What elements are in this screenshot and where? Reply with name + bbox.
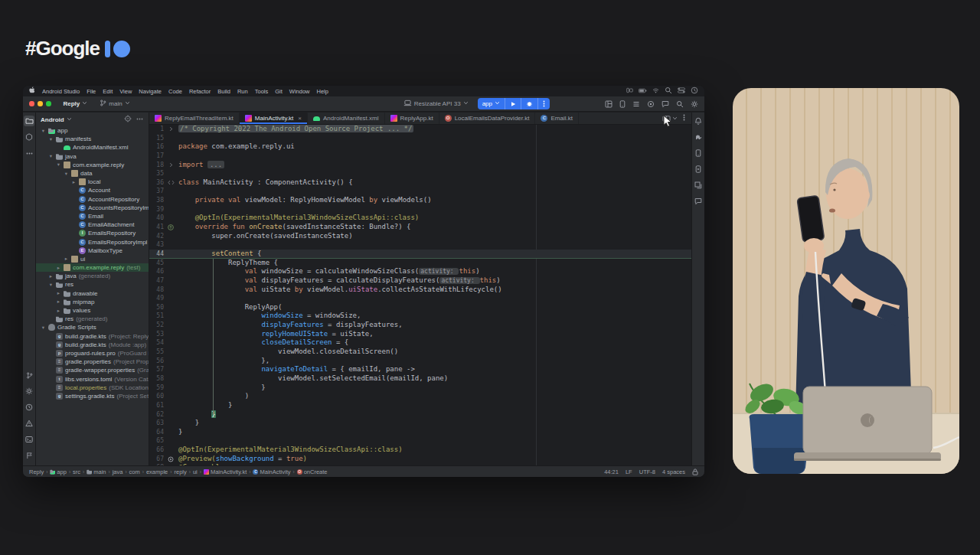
status-line-ending[interactable]: LF bbox=[626, 468, 632, 475]
notifications-icon[interactable] bbox=[693, 116, 704, 126]
assistant-icon[interactable] bbox=[693, 196, 704, 207]
code-line[interactable]: 64} bbox=[149, 428, 691, 437]
code-line[interactable]: 17 bbox=[149, 152, 691, 161]
tree-item-ui[interactable]: ▸ui bbox=[36, 255, 149, 263]
menu-item-file[interactable]: File bbox=[87, 88, 96, 95]
notifications-icon[interactable] bbox=[662, 100, 669, 108]
tree-item-androidmanifest-xml[interactable]: AndroidManifest.xml bbox=[36, 143, 149, 152]
tree-item-res[interactable]: ▾res bbox=[36, 280, 149, 289]
editor-options-icon[interactable] bbox=[683, 113, 685, 123]
more-run-options-button[interactable] bbox=[537, 98, 550, 109]
code-line[interactable]: 47 val displayFeatures = calculateDispla… bbox=[149, 276, 691, 286]
code-line[interactable]: 41 override fun onCreate(savedInstanceSt… bbox=[149, 223, 691, 232]
tree-item-email[interactable]: CEmail bbox=[36, 212, 149, 220]
code-line[interactable]: 18import ... bbox=[149, 161, 691, 170]
logcat-icon[interactable] bbox=[632, 100, 640, 108]
breadcrumb-item-mainactivity[interactable]: CMainActivity bbox=[253, 468, 290, 475]
tab-mainactivity-kt[interactable]: MainActivity.kt× bbox=[240, 113, 308, 124]
profiler-icon[interactable] bbox=[647, 100, 655, 108]
menu-item-tools[interactable]: Tools bbox=[255, 88, 269, 95]
code-line[interactable]: 15 bbox=[149, 134, 691, 143]
code-line[interactable]: 63 } bbox=[149, 419, 691, 428]
tree-item-local-properties[interactable]: ≡local.properties (SDK Location) bbox=[36, 384, 149, 392]
menu-item-navigate[interactable]: Navigate bbox=[139, 88, 162, 95]
select-opened-file-icon[interactable] bbox=[124, 115, 132, 124]
tree-item-accountsrepositoryimpl[interactable]: CAccountsRepositoryImpl bbox=[36, 204, 149, 212]
resource-manager-icon[interactable] bbox=[24, 132, 34, 142]
tree-item-emailattachment[interactable]: CEmailAttachment bbox=[36, 220, 149, 229]
tree-item-emailsrepository[interactable]: IEmailsRepository bbox=[36, 229, 149, 237]
gradle-icon[interactable] bbox=[693, 132, 704, 142]
tree-item-mailboxtype[interactable]: EMailboxType bbox=[36, 246, 149, 255]
tab-replyapp-kt[interactable]: ReplyApp.kt bbox=[385, 113, 439, 124]
tree-item-emailsrepositoryimpl[interactable]: CEmailsRepositoryImpl bbox=[36, 237, 149, 246]
tree-item-build-gradle-kts[interactable]: gbuild.gradle.kts (Module :app) bbox=[36, 341, 149, 349]
code-line[interactable]: 45 ReplyTheme { bbox=[149, 259, 691, 268]
status-file-encoding[interactable]: UTF-8 bbox=[639, 468, 655, 475]
running-devices-icon[interactable] bbox=[693, 164, 704, 175]
tree-item-values[interactable]: ▸values bbox=[36, 306, 149, 315]
tree-item-libs-versions-toml[interactable]: tlibs.versions.toml (Version Catalog) bbox=[36, 374, 149, 383]
code-line[interactable]: 54 closeDetailScreen = { bbox=[149, 338, 691, 348]
tree-item-app[interactable]: ▾app bbox=[36, 126, 149, 135]
tree-item-settings-gradle-kts[interactable]: gsettings.gradle.kts (Project Settings) bbox=[36, 392, 149, 400]
code-line[interactable]: 50 ReplyApp( bbox=[149, 303, 691, 312]
code-line[interactable]: 67@Preview(showBackground = true) bbox=[149, 455, 691, 464]
tree-item-drawable[interactable]: ▸drawable bbox=[36, 289, 149, 298]
code-line[interactable]: 62 } bbox=[149, 410, 691, 420]
code-line[interactable]: 39 bbox=[149, 205, 691, 214]
code-line[interactable]: 49 bbox=[149, 294, 691, 303]
tree-item-com-example-reply[interactable]: ▾com.example.reply bbox=[36, 161, 149, 169]
menu-item-edit[interactable]: Edit bbox=[103, 88, 113, 95]
tree-item-com-example-reply[interactable]: ▸com.example.reply (test) bbox=[36, 263, 149, 272]
tree-item-java[interactable]: ▾java bbox=[36, 152, 149, 161]
project-icon[interactable] bbox=[24, 116, 34, 126]
code-line[interactable]: 52 displayFeatures = displayFeatures, bbox=[149, 321, 691, 330]
code-line[interactable]: 57 navigateToDetail = { emailId, pane -> bbox=[149, 365, 691, 374]
breadcrumb-item-main[interactable]: main bbox=[87, 468, 106, 475]
menu-item-window[interactable]: Window bbox=[289, 88, 310, 95]
tree-item-proguard-rules-pro[interactable]: pproguard-rules.pro (ProGuard Rules for … bbox=[36, 349, 149, 357]
lock-icon[interactable] bbox=[692, 468, 698, 475]
minimize-window-button[interactable] bbox=[38, 101, 43, 106]
code-line[interactable]: 66@OptIn(ExperimentalMaterial3WindowSize… bbox=[149, 446, 691, 455]
apple-menu-icon[interactable] bbox=[29, 87, 35, 96]
settings-icon[interactable] bbox=[691, 100, 698, 108]
code-line[interactable]: 53 replyHomeUIState = uiState, bbox=[149, 330, 691, 339]
tree-item-mipmap[interactable]: ▸mipmap bbox=[36, 298, 149, 306]
run-button[interactable] bbox=[505, 98, 521, 109]
menu-item-refactor[interactable]: Refactor bbox=[189, 88, 211, 95]
breadcrumb-item-reply[interactable]: reply bbox=[174, 468, 186, 475]
project-widget[interactable]: Reply bbox=[60, 99, 91, 109]
code-line[interactable]: 40 @OptIn(ExperimentalMaterial3WindowSiz… bbox=[149, 214, 691, 223]
menu-item-help[interactable]: Help bbox=[317, 88, 328, 95]
code-line[interactable]: 51 windowSize = windowSize, bbox=[149, 312, 691, 321]
tree-item-gradle-scripts[interactable]: ▾Gradle Scripts bbox=[36, 323, 149, 331]
status-indent-size[interactable]: 4 spaces bbox=[662, 468, 685, 475]
tab-androidmanifest-xml[interactable]: AndroidManifest.xml bbox=[308, 113, 384, 124]
breadcrumb-item-src[interactable]: src bbox=[73, 468, 80, 475]
code-line[interactable]: 46 val windowSize = calculateWindowSizeC… bbox=[149, 267, 691, 276]
tree-item-local[interactable]: ▸local bbox=[36, 178, 149, 186]
fold-gutter-icon[interactable] bbox=[166, 125, 175, 134]
breadcrumb-item-oncreate[interactable]: OonCreate bbox=[297, 468, 328, 475]
breadcrumb-item-com[interactable]: com bbox=[129, 468, 140, 475]
breadcrumb-item-app[interactable]: app bbox=[50, 468, 67, 475]
tree-item-gradle-wrapper-properties[interactable]: ≡gradle-wrapper.properties (Gradle Versi… bbox=[36, 366, 149, 374]
debug-button[interactable] bbox=[521, 98, 537, 109]
stage-manager-icon[interactable] bbox=[626, 87, 633, 95]
code-line[interactable]: 48 val uiState by viewModel.uiState.coll… bbox=[149, 286, 691, 295]
device-selector[interactable]: Resizable API 33 bbox=[400, 98, 472, 109]
tree-item-account[interactable]: CAccount bbox=[36, 186, 149, 194]
menu-item-view[interactable]: View bbox=[119, 88, 132, 95]
code-line[interactable]: 42 super.onCreate(savedInstanceState) bbox=[149, 232, 691, 241]
menu-item-git[interactable]: Git bbox=[275, 88, 283, 95]
breadcrumb-item-reply[interactable]: Reply bbox=[29, 468, 44, 475]
breadcrumb-item-ui[interactable]: ui bbox=[193, 468, 198, 475]
menu-item-android-studio[interactable]: Android Studio bbox=[42, 88, 80, 95]
code-line[interactable]: 38 private val viewModel: ReplyHomeViewM… bbox=[149, 196, 691, 205]
services-icon[interactable] bbox=[24, 386, 34, 397]
close-tab-icon[interactable]: × bbox=[298, 115, 302, 122]
layers-icon[interactable] bbox=[693, 180, 704, 191]
tab-replyemailthreaditem-kt[interactable]: ReplyEmailThreadItem.kt bbox=[149, 113, 240, 124]
